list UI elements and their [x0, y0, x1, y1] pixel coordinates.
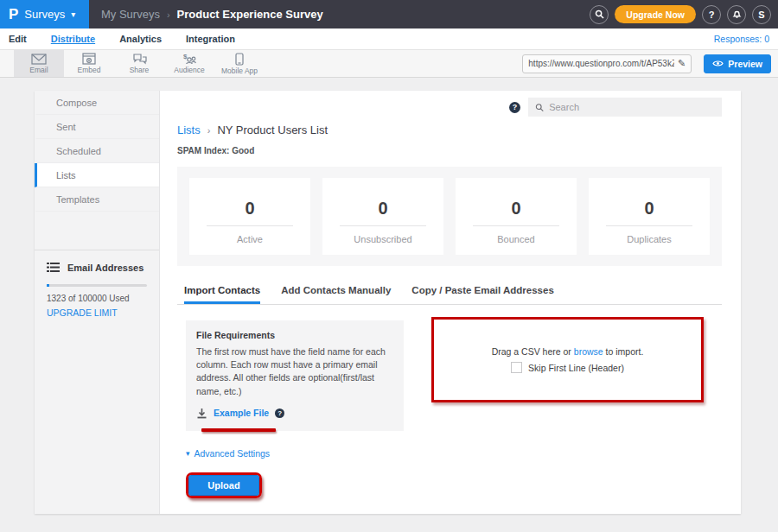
caret-down-icon: ▾: [71, 10, 75, 19]
email-addresses-section: Email Addresses 1323 of 100000 Used UPGR…: [35, 250, 159, 318]
header-actions: Upgrade Now ? S: [590, 5, 778, 24]
search-input[interactable]: [549, 102, 715, 112]
caret-down-icon: ▾: [186, 449, 190, 458]
toolbar-item-share[interactable]: Share: [114, 50, 164, 77]
skip-first-line-label: Skip First Line (Header): [528, 363, 624, 373]
tab-edit[interactable]: Edit: [9, 34, 27, 44]
toolbar-item-mobile-app[interactable]: Mobile App: [214, 50, 265, 77]
skip-first-line-row: Skip First Line (Header): [511, 362, 624, 373]
example-file-row: Example File ?: [196, 408, 393, 419]
divider: [606, 225, 693, 226]
sidebar-divider: [35, 212, 159, 250]
dropzone-text: Drag a CSV here or browse to import.: [492, 346, 644, 357]
help-icon[interactable]: ?: [275, 408, 284, 418]
breadcrumb-my-surveys[interactable]: My Surveys: [101, 8, 160, 21]
upgrade-limit-link[interactable]: UPGRADE LIMIT: [47, 307, 147, 318]
questionpro-logo: P: [9, 7, 18, 22]
stat-value: 0: [644, 199, 654, 218]
browse-link[interactable]: browse: [574, 346, 603, 357]
sidebar-item-compose[interactable]: Compose: [35, 91, 159, 115]
dropzone-text-before: Drag a CSV here or: [492, 346, 571, 357]
advanced-settings-toggle[interactable]: ▾ Advanced Settings: [177, 448, 722, 459]
account-avatar[interactable]: S: [752, 5, 771, 24]
csv-dropzone[interactable]: Drag a CSV here or browse to import. Ski…: [431, 317, 704, 402]
survey-url-box[interactable]: https://www.questionpro.com/t/AP53kZgfo …: [522, 54, 692, 73]
stat-card-duplicates: 0 Duplicates: [589, 178, 710, 255]
file-requirements-box: File Requirements The first row must hav…: [186, 320, 404, 431]
preview-button[interactable]: Preview: [704, 54, 771, 73]
tab-integration[interactable]: Integration: [186, 34, 235, 44]
email-addresses-title: Email Addresses: [67, 263, 143, 273]
file-requirements-title: File Requirements: [196, 330, 393, 340]
avatar-initial: S: [758, 10, 764, 20]
tab-add-contacts-manually[interactable]: Add Contacts Manually: [281, 285, 391, 304]
stat-label: Active: [237, 234, 263, 244]
survey-title: Product Experience Survey: [177, 8, 323, 21]
edit-url-icon[interactable]: ✎: [678, 58, 686, 69]
notifications-button[interactable]: [727, 5, 746, 24]
stat-value: 0: [378, 199, 387, 218]
search-button[interactable]: [590, 5, 609, 24]
divider: [207, 225, 294, 226]
toolbar-item-email[interactable]: Email: [14, 50, 64, 77]
email-sidebar: Compose Sent Scheduled Lists Templates E…: [35, 91, 160, 514]
help-icon[interactable]: ?: [509, 102, 520, 113]
example-file-link[interactable]: Example File: [214, 408, 269, 418]
product-switcher[interactable]: P Surveys ▾: [0, 0, 89, 28]
annotation-red-underline: [201, 428, 276, 432]
eye-icon: [712, 60, 724, 67]
toolbar-item-label: Share: [130, 66, 150, 74]
skip-first-line-checkbox[interactable]: [511, 362, 522, 373]
contact-tabs: Import Contacts Add Contacts Manually Co…: [177, 285, 722, 305]
tab-import-contacts[interactable]: Import Contacts: [184, 285, 260, 304]
responses-count[interactable]: Responses: 0: [714, 34, 769, 44]
stat-card-active: 0 Active: [189, 178, 310, 255]
toolbar-item-label: Email: [29, 66, 48, 74]
survey-breadcrumb: My Surveys › Product Experience Survey: [101, 8, 323, 21]
list-name: NY Product Users List: [217, 124, 328, 136]
toolbar-item-audience[interactable]: $ Audience: [164, 50, 214, 77]
annotation-red-box: Upload: [186, 472, 262, 498]
bell-icon: [732, 10, 742, 19]
list-detail-main: ? Lists › NY Product Users List SPAM Ind…: [160, 91, 741, 514]
search-box[interactable]: [528, 98, 722, 117]
help-button[interactable]: ?: [702, 5, 721, 24]
stat-value: 0: [245, 199, 254, 218]
stat-card-unsubscribed: 0 Unsubscribed: [322, 178, 443, 255]
email-distribution-panel: Compose Sent Scheduled Lists Templates E…: [35, 91, 741, 514]
mobile-app-icon: [235, 53, 244, 66]
share-icon: [132, 53, 147, 65]
stat-card-bounced: 0 Bounced: [456, 178, 577, 255]
toolbar-item-embed[interactable]: Embed: [64, 50, 114, 77]
tab-analytics[interactable]: Analytics: [119, 34, 162, 44]
audience-icon: $: [182, 53, 197, 65]
upload-button[interactable]: Upload: [188, 475, 259, 496]
toolbar-item-label: Audience: [174, 66, 204, 74]
list-breadcrumb: Lists › NY Product Users List: [177, 124, 722, 136]
list-icon: [47, 263, 60, 273]
sidebar-item-sent[interactable]: Sent: [35, 115, 159, 139]
preview-label: Preview: [728, 59, 762, 69]
import-contacts-pane: File Requirements The first row must hav…: [177, 320, 722, 431]
sidebar-item-scheduled[interactable]: Scheduled: [35, 139, 159, 163]
breadcrumb-separator: ›: [207, 125, 211, 136]
usage-progress-bar: [47, 284, 147, 287]
search-row: ?: [177, 98, 722, 117]
breadcrumb-separator: ›: [167, 10, 170, 20]
tab-distribute[interactable]: Distribute: [51, 34, 95, 44]
download-icon: [196, 408, 207, 419]
stat-label: Bounced: [497, 234, 534, 244]
tab-copy-paste-email-addresses[interactable]: Copy / Paste Email Addresses: [411, 285, 553, 304]
distribute-toolbar: Email Embed Share $ Audience Mobile App …: [0, 49, 778, 78]
upgrade-now-button[interactable]: Upgrade Now: [615, 5, 696, 23]
toolbar-item-label: Embed: [78, 66, 101, 74]
divider: [340, 225, 427, 226]
sidebar-item-lists[interactable]: Lists: [35, 163, 159, 187]
sidebar-item-templates[interactable]: Templates: [35, 187, 159, 212]
breadcrumb-lists-link[interactable]: Lists: [177, 124, 201, 136]
survey-nav: Edit Distribute Analytics Integration Re…: [0, 28, 778, 49]
toolbar-item-label: Mobile App: [221, 66, 258, 75]
stat-label: Unsubscribed: [354, 234, 411, 244]
question-mark-icon: ?: [709, 10, 715, 20]
embed-icon: [82, 53, 96, 65]
